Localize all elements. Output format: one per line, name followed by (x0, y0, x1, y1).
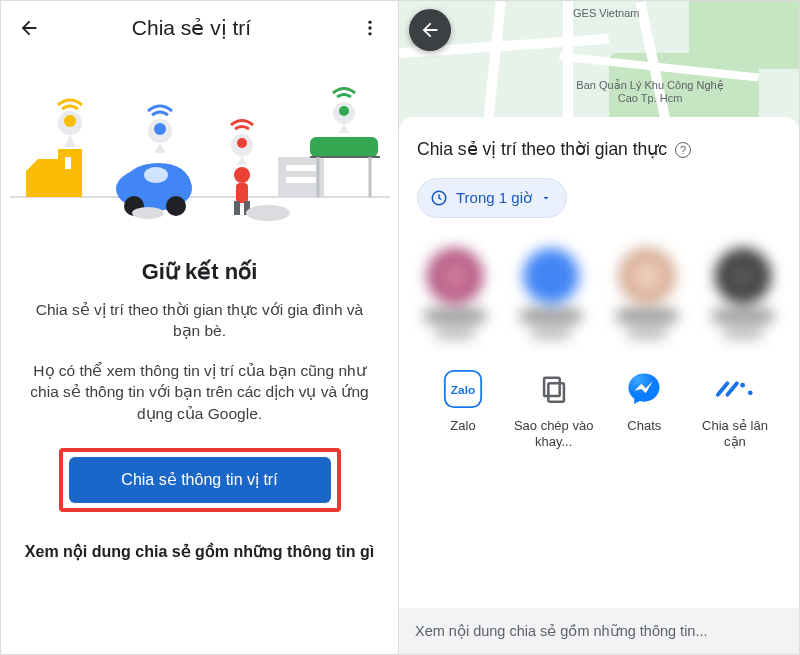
help-circle-icon[interactable]: ? (675, 142, 691, 158)
svg-text:Zalo: Zalo (451, 383, 475, 397)
contact-item[interactable] (707, 248, 779, 338)
svg-point-36 (748, 390, 753, 395)
duration-chip[interactable]: Trong 1 giờ (417, 178, 567, 218)
sheet-title: Chia sẻ vị trí theo thời gian thực (417, 139, 667, 160)
svg-rect-21 (286, 177, 316, 183)
contacts-row (419, 248, 779, 338)
svg-rect-22 (310, 137, 378, 157)
nearby-share-icon (714, 368, 756, 410)
cta-highlight-box: Chia sẻ thông tin vị trí (59, 448, 341, 512)
description-1: Chia sẻ vị trí theo thời gian thực với g… (21, 299, 378, 342)
hero-illustration (10, 59, 390, 229)
share-chats[interactable]: Chats (602, 368, 686, 450)
svg-point-29 (246, 205, 290, 221)
svg-rect-14 (236, 183, 248, 203)
sheet-footer-link[interactable]: Xem nội dung chia sẻ gồm những thông tin… (399, 608, 799, 654)
svg-point-2 (368, 32, 371, 35)
map-background[interactable]: GES Vietnam Ban Quản Lý Khu Công Nghệ Ca… (399, 1, 799, 129)
svg-rect-15 (234, 201, 240, 215)
bottom-sheet: Chia sẻ vị trí theo thời gian thực ? Tro… (399, 117, 799, 450)
share-location-button[interactable]: Chia sẻ thông tin vị trí (69, 457, 331, 503)
svg-point-12 (154, 123, 166, 135)
share-nearby[interactable]: Chia sẻ lân cận (693, 368, 777, 450)
svg-point-9 (166, 196, 186, 216)
chip-label: Trong 1 giờ (456, 189, 532, 207)
svg-rect-4 (65, 157, 71, 169)
contact-item[interactable] (611, 248, 683, 338)
learn-more-link[interactable]: Xem nội dung chia sẻ gồm những thông tin… (21, 542, 378, 561)
svg-point-35 (740, 383, 745, 388)
contact-item[interactable] (419, 248, 491, 338)
messenger-icon (623, 368, 665, 410)
contact-item[interactable] (515, 248, 587, 338)
svg-point-28 (132, 207, 164, 219)
svg-point-13 (234, 167, 250, 183)
share-copy[interactable]: Sao chép vào khay... (512, 368, 596, 450)
share-label: Chia sẻ lân cận (693, 418, 777, 450)
svg-point-18 (237, 138, 247, 148)
page-title: Chia sẻ vị trí (31, 16, 352, 40)
svg-point-1 (368, 26, 371, 29)
svg-point-0 (368, 21, 371, 24)
share-label: Zalo (450, 418, 475, 450)
svg-rect-34 (544, 378, 560, 396)
svg-rect-33 (548, 383, 564, 401)
map-poi-label: GES Vietnam (573, 7, 639, 20)
map-poi-label: Ban Quản Lý Khu Công Nghệ Cao Tp. Hcm (575, 79, 725, 104)
share-label: Chats (627, 418, 661, 450)
svg-point-6 (64, 115, 76, 127)
share-zalo[interactable]: Zalo Zalo (421, 368, 505, 450)
svg-rect-20 (286, 165, 316, 171)
copy-icon (533, 368, 575, 410)
share-label: Sao chép vào khay... (512, 418, 596, 450)
svg-point-27 (339, 106, 349, 116)
header-bar: Chia sẻ vị trí (1, 1, 398, 55)
zalo-icon: Zalo (442, 368, 484, 410)
clock-icon (430, 189, 448, 207)
share-apps-row: Zalo Zalo Sao chép vào khay... Chats (417, 368, 781, 450)
svg-point-10 (144, 167, 168, 183)
description-2: Họ có thể xem thông tin vị trí của bạn c… (21, 360, 378, 424)
back-circle-button[interactable] (409, 9, 451, 51)
more-vert-icon[interactable] (352, 10, 388, 46)
chevron-down-icon (540, 192, 552, 204)
heading: Giữ kết nối (21, 259, 378, 285)
